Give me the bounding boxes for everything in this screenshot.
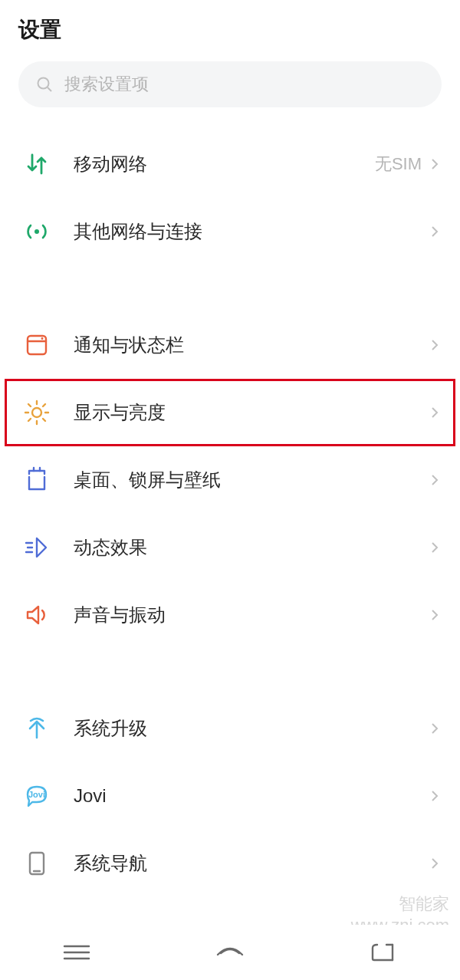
svg-line-1 [48,87,51,91]
row-mobile-network[interactable]: 移动网络 无SIM [0,130,460,198]
system-nav-bar [0,925,460,980]
chevron-right-icon [428,541,442,554]
spacer [0,265,460,311]
row-value: 无SIM [375,153,422,176]
row-notification-status[interactable]: 通知与状态栏 [0,311,460,379]
search-bar[interactable] [18,61,442,107]
nav-recent-button[interactable] [54,937,100,968]
row-label: 桌面、锁屏与壁纸 [74,468,428,492]
svg-point-0 [38,78,49,89]
search-icon [35,75,54,94]
jovi-icon: Jovi [23,782,51,810]
chevron-right-icon [428,722,442,735]
svg-line-13 [43,404,45,406]
row-system-update[interactable]: 系统升级 [0,695,460,762]
svg-line-14 [28,419,31,421]
chevron-right-icon [428,608,442,622]
svg-marker-15 [37,538,46,557]
row-label: 系统导航 [74,851,428,876]
chevron-right-icon [428,157,442,171]
header: 设置 [0,0,460,54]
svg-line-11 [28,404,31,406]
motion-effect-icon [23,534,51,561]
row-display-brightness-wrap: 显示与亮度 [0,379,460,446]
brightness-icon [23,399,51,426]
nav-back-button[interactable] [360,937,406,968]
chevron-right-icon [428,225,442,238]
connections-icon [23,218,51,245]
system-update-icon [23,715,51,742]
notification-bar-icon [23,331,51,359]
row-label: 通知与状态栏 [74,333,428,357]
row-label: 显示与亮度 [74,400,428,425]
row-label: Jovi [74,785,428,807]
row-other-connections[interactable]: 其他网络与连接 [0,198,460,265]
row-label: 动态效果 [74,535,428,560]
spacer [0,107,460,130]
row-label: 移动网络 [74,152,375,176]
row-label: 其他网络与连接 [74,219,428,244]
system-nav-icon [23,850,51,877]
svg-text:Jovi: Jovi [28,790,45,799]
row-wallpaper[interactable]: 桌面、锁屏与壁纸 [0,446,460,514]
row-label: 系统升级 [74,716,428,741]
settings-screen: 设置 移动网络 无SIM 其他网络与连接 [0,0,460,980]
nav-home-button[interactable] [207,937,253,968]
row-jovi[interactable]: Jovi Jovi [0,762,460,830]
svg-line-12 [43,419,45,421]
row-motion-effect[interactable]: 动态效果 [0,514,460,581]
page-title: 设置 [18,15,442,44]
chevron-right-icon [428,789,442,803]
chevron-right-icon [428,857,442,870]
sound-icon [23,601,51,629]
row-system-navigation[interactable]: 系统导航 [0,830,460,897]
chevron-right-icon [428,406,442,419]
chevron-right-icon [428,473,442,487]
row-display-brightness[interactable]: 显示与亮度 [0,379,460,446]
svg-point-6 [32,408,41,417]
svg-rect-3 [28,336,46,354]
row-sound-vibration[interactable]: 声音与振动 [0,581,460,649]
chevron-right-icon [428,338,442,352]
wallpaper-icon [23,466,51,494]
spacer [0,649,460,695]
network-arrows-icon [23,150,51,178]
svg-point-2 [34,229,39,234]
search-input[interactable] [64,74,425,94]
row-label: 声音与振动 [74,603,428,627]
svg-point-5 [41,337,44,340]
